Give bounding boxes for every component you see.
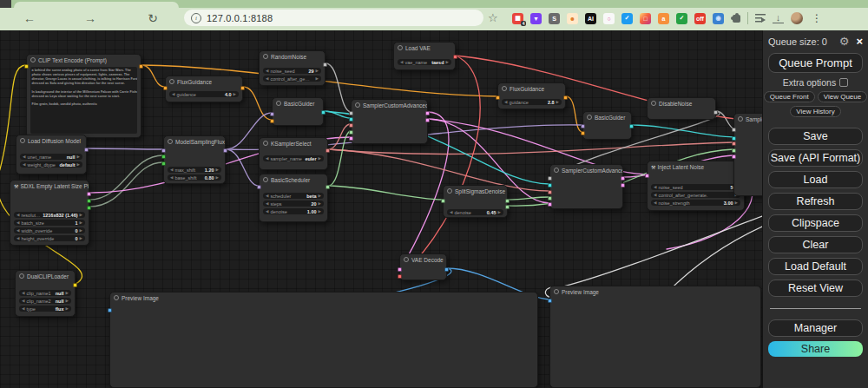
basic-guider-1[interactable]: BasicGuider <box>272 97 324 126</box>
widget-increment-icon[interactable]: ▶ <box>77 155 80 159</box>
widget-increment-icon[interactable]: ▶ <box>80 236 82 240</box>
refresh-button[interactable]: Refresh <box>768 193 863 210</box>
node-titlebar[interactable]: FluxGuidance <box>166 76 242 87</box>
widget-decrement-icon[interactable]: ◀ <box>16 220 19 225</box>
output-port[interactable] <box>139 64 143 69</box>
node-titlebar[interactable]: BasicScheduler <box>260 174 327 185</box>
widget-decrement-icon[interactable]: ◀ <box>23 155 25 159</box>
input-port[interactable] <box>161 155 166 159</box>
close-icon[interactable]: × <box>856 35 863 48</box>
node-titlebar[interactable]: DualCLIPLoader <box>16 271 75 281</box>
widget-decrement-icon[interactable]: ◀ <box>16 228 19 233</box>
ext-green-check-icon[interactable]: ✓ <box>676 13 687 24</box>
input-port[interactable] <box>257 185 261 189</box>
output-port[interactable] <box>240 86 245 90</box>
widget-decrement-icon[interactable]: ◀ <box>266 194 268 198</box>
widget-decrement-icon[interactable]: ◀ <box>266 201 268 206</box>
widget-increment-icon[interactable]: ▶ <box>80 228 82 233</box>
sampler-custom-advanced-2[interactable]: SamplerCustomAdvanced <box>549 164 623 209</box>
clipspace-button[interactable]: Clipspace <box>768 214 863 232</box>
media-controls-icon[interactable] <box>755 14 766 23</box>
node-collapse-dot-icon[interactable] <box>355 102 360 108</box>
widget-base_shift[interactable]: ◀base_shift0.80▶ <box>168 174 221 181</box>
output-port[interactable] <box>505 199 510 203</box>
node-collapse-dot-icon[interactable] <box>168 139 173 144</box>
output-port[interactable] <box>713 110 718 115</box>
browser-menu-icon[interactable]: ⋮ <box>812 12 822 24</box>
comfy-canvas[interactable]: CLIP Text Encode (Prompt)a behind the sc… <box>0 30 762 388</box>
widget-increment-icon[interactable]: ▶ <box>556 100 559 104</box>
wire[interactable] <box>328 142 733 155</box>
widget-decrement-icon[interactable]: ◀ <box>23 162 25 167</box>
widget-decrement-icon[interactable]: ◀ <box>266 76 268 81</box>
output-port[interactable] <box>321 110 326 115</box>
basic-guider-2[interactable]: BasicGuider <box>582 111 632 140</box>
disable-noise[interactable]: DisableNoise <box>647 97 716 120</box>
ext-ai-icon[interactable]: AI <box>585 13 596 24</box>
model-sampling-flux[interactable]: ModelSamplingFlux◀max_shift1.20▶◀base_sh… <box>163 135 226 184</box>
widget-increment-icon[interactable]: ▶ <box>319 209 321 214</box>
back-icon[interactable]: ← <box>21 8 38 29</box>
output-port[interactable] <box>444 267 449 272</box>
input-port[interactable] <box>349 111 353 115</box>
widget-increment-icon[interactable]: ▶ <box>216 168 219 172</box>
node-titlebar[interactable]: KSamplerSelect <box>260 138 327 148</box>
ext-blue-check-icon[interactable]: ✓ <box>621 13 633 24</box>
ext-orange-a-icon[interactable]: a <box>658 13 669 24</box>
output-port[interactable] <box>87 199 91 203</box>
output-port[interactable] <box>621 176 625 181</box>
node-collapse-dot-icon[interactable] <box>398 45 403 50</box>
widget-increment-icon[interactable]: ▶ <box>498 210 501 214</box>
widget-control_after_generate[interactable]: ◀control_after_generate.▶ <box>263 76 321 82</box>
widget-scheduler[interactable]: ◀schedulerbeta▶ <box>263 193 324 199</box>
widget-decrement-icon[interactable]: ◀ <box>172 92 174 96</box>
settings-gear-icon[interactable]: ⚙ <box>839 35 850 48</box>
widget-decrement-icon[interactable]: ◀ <box>170 175 173 180</box>
node-collapse-dot-icon[interactable] <box>651 101 656 106</box>
widget-max_shift[interactable]: ◀max_shift1.20▶ <box>168 167 221 173</box>
widget-increment-icon[interactable]: ▶ <box>80 213 82 217</box>
extra-options-checkbox[interactable] <box>839 78 848 87</box>
sampler-custom-advanced-1[interactable]: SamplerCustomAdvanced <box>351 99 428 144</box>
widget-noise_seed[interactable]: ◀noise_seed29▶ <box>263 68 321 74</box>
input-port[interactable] <box>581 131 585 135</box>
input-port[interactable] <box>398 267 402 272</box>
widget-noise_seed[interactable]: ◀noise_seed5▶ <box>651 184 740 190</box>
output-port[interactable] <box>621 183 625 187</box>
load-button[interactable]: Load <box>768 171 863 188</box>
widget-control_after_generate[interactable]: ◀control_after_generate.▶ <box>651 192 740 198</box>
node-collapse-dot-icon[interactable] <box>114 295 119 300</box>
widget-increment-icon[interactable]: ▶ <box>66 306 69 311</box>
node-collapse-dot-icon[interactable] <box>554 168 559 173</box>
output-port[interactable] <box>87 192 91 196</box>
ext-purple-shield-icon[interactable]: ▼ <box>530 13 542 24</box>
input-port[interactable] <box>270 119 274 123</box>
view-queue-button[interactable]: View Queue <box>818 91 867 102</box>
input-port[interactable] <box>161 161 166 166</box>
widget-increment-icon[interactable]: ▶ <box>77 162 80 167</box>
node-collapse-dot-icon[interactable] <box>169 79 174 84</box>
widget-unet_name[interactable]: ◀unet_namenull▶ <box>20 154 82 160</box>
reset-view-button[interactable]: Reset View <box>768 279 863 297</box>
view-history-button[interactable]: View History <box>790 106 840 117</box>
widget-guidance[interactable]: ◀guidance4.0▶ <box>169 91 239 97</box>
output-port[interactable] <box>323 62 327 67</box>
node-collapse-dot-icon[interactable] <box>19 273 24 279</box>
extensions-puzzle-icon[interactable] <box>733 15 740 23</box>
node-collapse-dot-icon[interactable] <box>738 116 743 122</box>
input-port[interactable] <box>163 86 168 90</box>
input-port[interactable] <box>548 196 552 201</box>
node-titlebar[interactable]: SamplerCustomAdvanced <box>550 165 622 175</box>
ext-s-icon[interactable]: S <box>549 13 560 24</box>
widget-increment-icon[interactable]: ▶ <box>319 194 321 198</box>
widget-decrement-icon[interactable]: ◀ <box>654 193 656 197</box>
wrench-icon[interactable]: ⚒ <box>651 164 655 170</box>
node-titlebar[interactable]: Preview Image <box>110 293 537 303</box>
input-port[interactable] <box>24 64 29 69</box>
node-titlebar[interactable]: FluxGuidance <box>498 83 565 94</box>
widget-noise_strength[interactable]: ◀noise_strength3.00▶ <box>651 200 740 206</box>
input-port[interactable] <box>349 123 353 128</box>
wire[interactable] <box>89 162 163 207</box>
output-port[interactable] <box>453 55 457 59</box>
widget-decrement-icon[interactable]: ◀ <box>170 168 173 172</box>
